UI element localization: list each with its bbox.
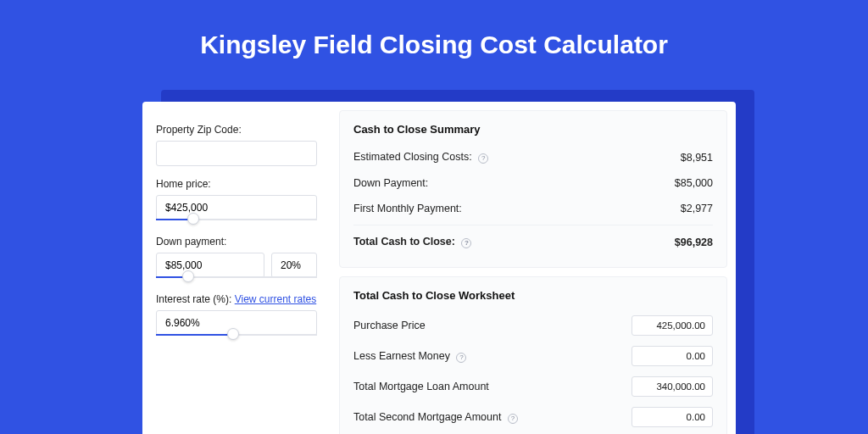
worksheet-row-label: Total Second Mortgage Amount ? [353,411,518,424]
down-payment-slider[interactable] [156,273,317,281]
worksheet-row-input[interactable] [632,407,713,427]
summary-row-label-text: Estimated Closing Costs: [353,151,472,163]
slider-thumb[interactable] [182,270,194,282]
zip-field: Property Zip Code: [156,124,317,166]
results-main: Cash to Close Summary Estimated Closing … [331,102,736,434]
summary-row: Estimated Closing Costs: ? $8,951 [353,144,713,170]
worksheet-heading: Total Cash to Close Worksheet [353,289,713,302]
inputs-sidebar: Property Zip Code: Home price: Down paym… [142,102,331,434]
summary-total-value: $96,928 [675,236,713,248]
page-title: Kingsley Field Closing Cost Calculator [0,0,868,78]
summary-row-value: $2,977 [681,203,713,214]
slider-thumb[interactable] [187,213,199,225]
summary-row-value: $85,000 [675,177,713,189]
worksheet-row-input[interactable] [632,346,713,366]
summary-row: Down Payment: $85,000 [353,170,713,196]
worksheet-row: Purchase Price [353,310,713,341]
zip-input[interactable] [156,141,317,166]
summary-row-label: First Monthly Payment: [353,203,462,214]
worksheet-row: Total Second Mortgage Amount ? [353,402,713,432]
worksheet-row-input[interactable] [632,376,713,397]
down-payment-field: Down payment: [156,236,317,281]
summary-row-label: Down Payment: [353,177,428,189]
worksheet-row-label: Total Mortgage Loan Amount [353,381,489,392]
down-payment-label: Down payment: [156,236,317,248]
interest-rate-field: Interest rate (%): View current rates [156,293,317,339]
summary-total-label: Total Cash to Close: ? [353,236,471,248]
summary-panel: Cash to Close Summary Estimated Closing … [339,110,727,268]
view-rates-link[interactable]: View current rates [235,293,317,305]
home-price-field: Home price: [156,178,317,224]
interest-rate-slider[interactable] [156,331,317,339]
home-price-slider[interactable] [156,215,317,224]
summary-total-label-text: Total Cash to Close: [353,236,455,248]
help-icon[interactable]: ? [456,353,466,363]
worksheet-row-label-text: Total Second Mortgage Amount [353,411,501,423]
help-icon[interactable]: ? [508,414,518,424]
worksheet-row: Less Earnest Money ? [353,341,713,371]
worksheet-row-label: Purchase Price [353,320,426,331]
summary-row-label: Estimated Closing Costs: ? [353,151,488,164]
worksheet-row-label-text: Less Earnest Money [353,350,450,362]
summary-row-value: $8,951 [681,152,713,164]
help-icon[interactable]: ? [461,238,471,248]
zip-label: Property Zip Code: [156,124,317,136]
summary-heading: Cash to Close Summary [353,123,713,136]
interest-rate-label: Interest rate (%): View current rates [156,293,317,305]
summary-total-row: Total Cash to Close: ? $96,928 [353,225,713,255]
help-icon[interactable]: ? [478,153,488,164]
home-price-label: Home price: [156,178,317,190]
calculator-card: Property Zip Code: Home price: Down paym… [142,102,736,434]
worksheet-row-label: Less Earnest Money ? [353,350,466,363]
summary-row: First Monthly Payment: $2,977 [353,196,713,221]
worksheet-panel: Total Cash to Close Worksheet Purchase P… [339,276,727,434]
interest-rate-label-text: Interest rate (%): [156,293,231,305]
worksheet-row: Total Mortgage Loan Amount [353,371,713,402]
slider-thumb[interactable] [227,328,239,340]
slider-fill [156,334,233,336]
worksheet-row-input[interactable] [632,315,713,336]
